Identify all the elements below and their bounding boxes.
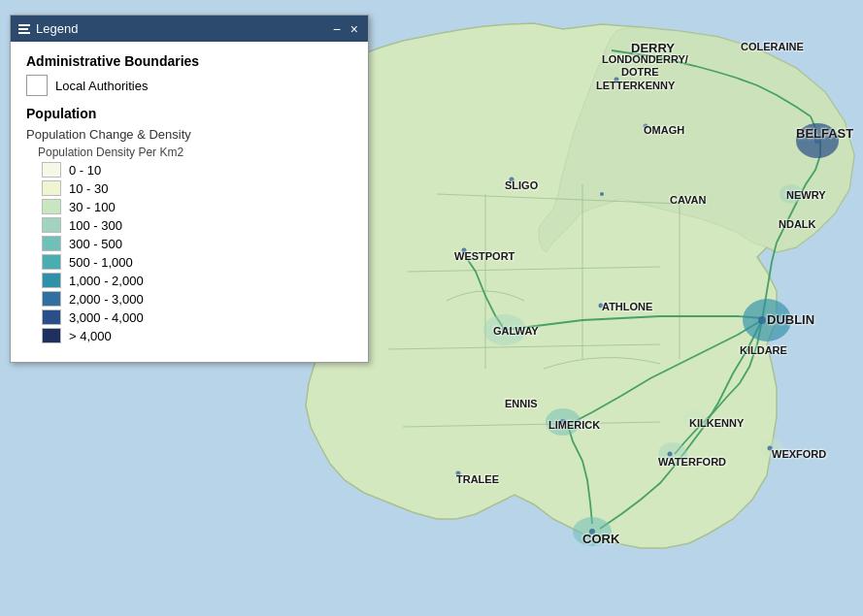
- density-legend-item: 2,000 - 3,000: [42, 291, 352, 307]
- density-legend-item: 100 - 300: [42, 217, 352, 233]
- density-legend-item: > 4,000: [42, 328, 352, 343]
- density-swatch: [42, 180, 61, 196]
- density-swatch: [42, 199, 61, 214]
- legend-title: Legend: [36, 21, 78, 36]
- svg-point-28: [600, 192, 604, 196]
- density-swatch: [42, 236, 61, 251]
- svg-point-26: [644, 124, 648, 129]
- density-legend-item: 0 - 10: [42, 162, 352, 178]
- svg-point-18: [589, 529, 595, 535]
- pop-change-density-label: Population Change & Density: [26, 127, 352, 142]
- svg-point-30: [462, 248, 467, 253]
- density-swatch: [42, 273, 61, 288]
- density-legend-item: 3,000 - 4,000: [42, 309, 352, 325]
- density-label: 10 - 30: [69, 181, 108, 196]
- svg-point-21: [668, 452, 673, 457]
- density-swatch: [42, 162, 61, 178]
- svg-point-13: [682, 409, 706, 429]
- svg-point-24: [789, 192, 794, 197]
- density-swatch: [42, 217, 61, 233]
- svg-point-29: [599, 304, 604, 308]
- density-swatch: [42, 291, 61, 307]
- density-label: > 4,000: [69, 329, 112, 343]
- map-container: DERRYLONDONDERRY/COLERAINEDOTRELETTERKEN…: [0, 0, 863, 616]
- legend-body: Administrative Boundaries Local Authorit…: [11, 42, 368, 362]
- density-items-container: 0 - 1010 - 3030 - 100100 - 300300 - 5005…: [26, 162, 352, 343]
- svg-point-31: [456, 471, 461, 476]
- svg-point-8: [743, 299, 791, 341]
- legend-titlebar: Legend − ×: [11, 16, 368, 42]
- svg-point-25: [614, 78, 619, 82]
- legend-minimize-button[interactable]: −: [331, 22, 343, 36]
- svg-point-20: [502, 327, 508, 333]
- density-legend-item: 30 - 100: [42, 199, 352, 214]
- svg-point-27: [510, 178, 514, 182]
- local-auth-row: Local Authorities: [26, 75, 352, 96]
- density-label: 30 - 100: [69, 200, 116, 214]
- pop-density-per-km2-label: Population Density Per Km2: [38, 146, 352, 159]
- legend-title-left: Legend: [18, 21, 78, 36]
- density-legend-item: 1,000 - 2,000: [42, 273, 352, 288]
- density-label: 500 - 1,000: [69, 255, 133, 270]
- density-swatch: [42, 328, 61, 343]
- density-label: 1,000 - 2,000: [69, 274, 144, 288]
- density-legend-item: 10 - 30: [42, 180, 352, 196]
- density-legend-item: 500 - 1,000: [42, 254, 352, 270]
- density-swatch: [42, 309, 61, 325]
- legend-close-button[interactable]: ×: [349, 22, 360, 36]
- svg-point-12: [658, 442, 687, 466]
- list-icon: [18, 24, 30, 34]
- svg-point-17: [758, 316, 766, 324]
- density-label: 100 - 300: [69, 218, 122, 233]
- admin-boundaries-title: Administrative Boundaries: [26, 53, 352, 69]
- population-title: Population: [26, 106, 352, 121]
- local-auth-label: Local Authorities: [55, 79, 148, 93]
- density-label: 300 - 500: [69, 237, 122, 251]
- svg-point-22: [768, 446, 773, 451]
- density-legend-item: 300 - 500: [42, 236, 352, 251]
- density-label: 2,000 - 3,000: [69, 292, 144, 307]
- density-label: 0 - 10: [69, 163, 101, 178]
- legend-controls: − ×: [331, 22, 360, 36]
- legend-panel: Legend − × Administrative Boundaries Loc…: [10, 15, 369, 363]
- local-auth-swatch: [26, 75, 48, 96]
- density-swatch: [42, 254, 61, 270]
- density-label: 3,000 - 4,000: [69, 310, 144, 325]
- svg-point-19: [560, 419, 566, 425]
- svg-point-23: [814, 138, 820, 144]
